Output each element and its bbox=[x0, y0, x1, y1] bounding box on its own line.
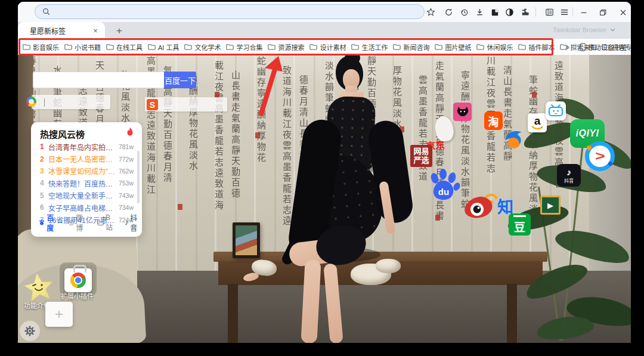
close-button[interactable] bbox=[618, 7, 628, 17]
svg-text:du: du bbox=[438, 187, 449, 197]
bookmark-folder-label: 文化学术 bbox=[194, 42, 221, 52]
douban-icon[interactable]: 豆 bbox=[509, 213, 531, 236]
hot-source-tab-2[interactable]: 微博 bbox=[68, 212, 88, 233]
bookmark-folder[interactable]: 图片壁纸 bbox=[435, 42, 471, 52]
hot-item-count: 734w bbox=[119, 204, 134, 211]
tab-title: 星愿新标签 bbox=[30, 26, 91, 36]
weibo-icon[interactable] bbox=[462, 190, 500, 221]
bookmark-folder[interactable]: 插件脚本 bbox=[518, 42, 555, 52]
screenshot-canvas: 星愿新标签 × + Twinkstar Browser 影音娱乐小说书籍在线工具… bbox=[0, 0, 644, 356]
download-icon[interactable] bbox=[475, 7, 485, 17]
hot-list-item[interactable]: 1台湾青年岛内实拍：车牌...781w bbox=[31, 141, 136, 153]
dolphin-icon[interactable] bbox=[503, 126, 525, 150]
bookmark-folder[interactable]: 设计素材 bbox=[309, 42, 346, 52]
extensions-puzzle-icon[interactable] bbox=[521, 7, 531, 17]
hot-list-item[interactable]: 3冰雪课堂如何成为"消费...762w bbox=[31, 165, 136, 177]
calligraphy-column: 寧遠酬納厚物花風淡水韻筆蛇 bbox=[460, 70, 469, 210]
bookmark-folder-label: 图片壁纸 bbox=[445, 42, 471, 52]
tab-new-tab-page[interactable]: 星愿新标签 × bbox=[18, 22, 105, 39]
bookmark-folder[interactable]: 小说书籍 bbox=[64, 42, 101, 52]
hot-list-item[interactable]: 5空地现大量全新手机壳有...743w bbox=[31, 190, 136, 202]
reading-list-icon[interactable] bbox=[544, 7, 555, 17]
minimize-button[interactable] bbox=[578, 7, 589, 17]
hot-item-text: 快来答题！百度热搜年度... bbox=[48, 178, 116, 188]
bilibili-mini-icon bbox=[97, 219, 104, 226]
menu-hamburger-icon[interactable] bbox=[559, 7, 569, 17]
add-shortcut-tile[interactable]: + bbox=[45, 302, 73, 327]
bookmark-folder-label: 休闲娱乐 bbox=[487, 42, 513, 52]
taobao-icon[interactable]: 淘 bbox=[484, 112, 503, 130]
bookmark-folder[interactable]: 休闲娱乐 bbox=[476, 42, 513, 52]
toolbar-divider bbox=[535, 7, 536, 17]
bookmark-folder[interactable]: AI 工具 bbox=[148, 42, 179, 52]
hot-source-tabs: 百度微博B站♪抖音 bbox=[39, 212, 142, 233]
settings-gear-button[interactable] bbox=[20, 321, 40, 341]
history-icon[interactable] bbox=[459, 7, 469, 17]
hot-source-tab-3[interactable]: B站 bbox=[97, 213, 116, 232]
address-bar[interactable] bbox=[35, 4, 425, 19]
bookmark-folder-label: 影音娱乐 bbox=[33, 42, 59, 52]
new-tab-button[interactable]: + bbox=[112, 24, 126, 37]
hot-item-rank: 1 bbox=[40, 143, 48, 151]
hot-source-tab-4[interactable]: ♪抖音 bbox=[125, 212, 142, 233]
folder-icon bbox=[476, 44, 484, 50]
bookmark-star-icon[interactable] bbox=[426, 7, 436, 17]
chrome-logo-icon bbox=[70, 273, 86, 288]
hot-panel-scrollbar[interactable] bbox=[137, 151, 140, 203]
bookmark-folder[interactable]: 影音娱乐 bbox=[23, 42, 59, 52]
bookmark-folder[interactable]: 文化学术 bbox=[184, 42, 221, 52]
desk-leg bbox=[507, 284, 517, 343]
douyin-icon[interactable]: ♪ 抖音 bbox=[557, 164, 581, 187]
yanxuan-icon[interactable]: 网易 严选 bbox=[410, 145, 432, 167]
bookmark-folder[interactable]: 在线工具 bbox=[106, 42, 143, 52]
hot-item-count: 762w bbox=[119, 168, 134, 175]
hot-search-panel: 热搜风云榜 1台湾青年岛内实拍：车牌...781w2日本一无人岛密密麻麻都...… bbox=[31, 122, 142, 237]
screenshot-tool-icon[interactable] bbox=[490, 7, 500, 17]
baidu-search-button[interactable]: 百度一下 bbox=[164, 72, 196, 88]
hot-search-title: 热搜风云榜 bbox=[40, 128, 85, 140]
bookmarks-overflow-chevron[interactable]: » bbox=[565, 42, 569, 51]
hot-item-count: 781w bbox=[119, 143, 134, 150]
tmall-icon[interactable] bbox=[453, 103, 472, 121]
mobile-bookmarks-button[interactable]: 移动设备书签 bbox=[580, 42, 627, 52]
bookmark-folder-label: 插件脚本 bbox=[528, 42, 555, 52]
tab-close-icon[interactable]: × bbox=[91, 26, 100, 35]
hot-item-rank: 5 bbox=[40, 191, 48, 200]
bilibili-icon[interactable] bbox=[546, 101, 566, 120]
dark-mode-icon[interactable] bbox=[504, 7, 515, 17]
tencent-video-dot bbox=[608, 162, 612, 166]
tmall-cat-glyph bbox=[456, 106, 469, 118]
hot-source-tab-1[interactable]: 百度 bbox=[39, 212, 59, 233]
restore-button[interactable] bbox=[597, 7, 608, 17]
calligraphy-column: 遠酬納厚物花風淡水 bbox=[188, 75, 197, 172]
webstore-label: 扩展小插件 bbox=[61, 291, 94, 301]
bookmarks-list: 影音娱乐小说书籍在线工具AI 工具文化学术学习合集资源搜索设计素材生活工作新闻咨… bbox=[23, 42, 631, 52]
bookmark-folder[interactable]: 资源搜索 bbox=[268, 42, 304, 52]
hot-list-item[interactable]: 2日本一无人岛密密麻麻都...772w bbox=[31, 153, 136, 165]
sogou-logo-icon: S bbox=[147, 99, 158, 110]
refresh-icon[interactable] bbox=[444, 7, 454, 17]
bookmark-folder[interactable]: 学习合集 bbox=[226, 42, 262, 52]
google-mini-search[interactable] bbox=[32, 95, 110, 109]
hot-item-count: 743w bbox=[119, 192, 134, 199]
flame-icon bbox=[126, 127, 134, 137]
baidu-paw-icon[interactable]: du bbox=[427, 169, 460, 202]
tencent-video-icon[interactable]: > bbox=[585, 141, 615, 171]
webstore-handle bbox=[73, 265, 86, 273]
hot-item-text: 冰雪课堂如何成为"消费... bbox=[48, 166, 116, 176]
google-ring-icon bbox=[26, 97, 36, 107]
bookmark-folder[interactable]: 生活工作 bbox=[351, 42, 388, 52]
hot-source-label: 抖音 bbox=[130, 212, 142, 233]
calligraphy-column: 致道海川載江夜雲高墨香龍若志遠 bbox=[281, 66, 290, 227]
hot-source-label: 百度 bbox=[47, 212, 59, 233]
hot-item-text: 空地现大量全新手机壳有... bbox=[48, 190, 116, 200]
hot-source-label: 微博 bbox=[76, 212, 88, 233]
chevron-down-icon[interactable] bbox=[610, 28, 615, 32]
amazon-icon[interactable]: a bbox=[528, 113, 547, 132]
video-play-icon[interactable]: ▶ bbox=[540, 196, 561, 215]
bookmark-folder[interactable]: 新闻咨询 bbox=[393, 42, 429, 52]
folder-icon bbox=[435, 44, 442, 50]
hot-list-item[interactable]: 4快来答题！百度热搜年度...753w bbox=[31, 177, 136, 189]
baidu-search-input[interactable] bbox=[33, 72, 164, 88]
toolbar-divider bbox=[572, 7, 573, 17]
